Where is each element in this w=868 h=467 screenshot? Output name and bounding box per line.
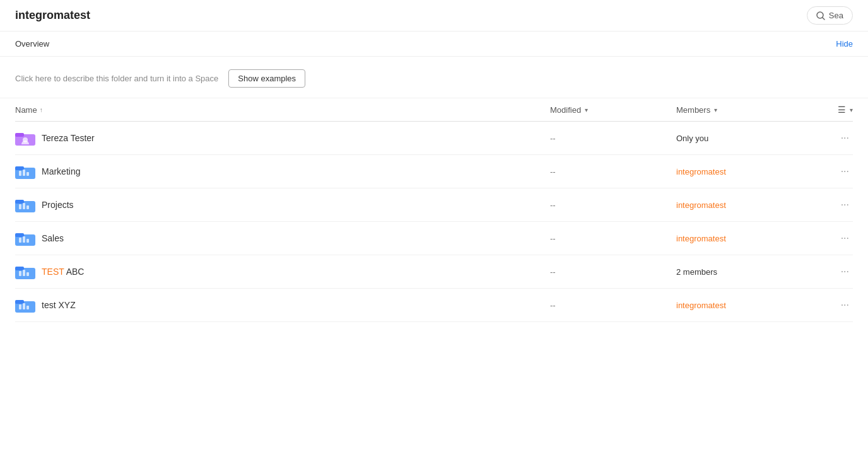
row-modified-cell: --: [550, 200, 676, 210]
row-name-text: Projects: [42, 200, 74, 210]
row-name-cell: test XYZ: [15, 296, 550, 314]
top-bar: integromatest Sea: [0, 0, 868, 32]
table-row[interactable]: TEST ABC -- 2 members ···: [15, 255, 853, 289]
svg-rect-14: [26, 205, 29, 209]
row-name-cell: TEST ABC: [15, 263, 550, 280]
table-container: Name ↑ Modified ▾ Members ▾ ☰ ▾: [0, 98, 868, 322]
row-name-text: Sales: [42, 233, 64, 243]
highlight-text: TEST: [42, 267, 64, 277]
list-view-chevron-icon: ▾: [850, 107, 853, 113]
sort-arrow-icon: ↑: [40, 107, 43, 113]
row-actions-cell: ···: [815, 198, 853, 212]
row-actions-cell: ···: [815, 298, 853, 312]
svg-rect-29: [26, 306, 29, 309]
svg-rect-16: [15, 233, 24, 237]
row-members-cell: integromatest: [676, 167, 815, 176]
search-button[interactable]: Sea: [807, 6, 853, 25]
svg-rect-9: [26, 172, 29, 176]
nav-overview[interactable]: Overview: [15, 37, 49, 51]
row-actions-cell: ···: [815, 231, 853, 245]
table-row[interactable]: Sales -- integromatest ···: [15, 222, 853, 255]
row-members-cell: integromatest: [676, 301, 815, 310]
svg-rect-19: [26, 239, 29, 243]
svg-rect-27: [19, 304, 21, 309]
row-name-text: test XYZ: [42, 300, 76, 310]
table-row[interactable]: Marketing -- integromatest ···: [15, 155, 853, 188]
table-row[interactable]: Tereza Tester -- Only you ···: [15, 122, 853, 155]
show-examples-button[interactable]: Show examples: [228, 69, 305, 88]
row-members-cell: Only you: [676, 134, 815, 143]
row-name-text: Tereza Tester: [42, 133, 95, 143]
row-menu-button[interactable]: ···: [837, 265, 853, 279]
svg-rect-11: [15, 200, 24, 204]
col-name-label: Name: [15, 105, 37, 115]
row-menu-button[interactable]: ···: [837, 298, 853, 312]
search-icon: [816, 11, 825, 20]
row-menu-button[interactable]: ···: [837, 164, 853, 178]
row-modified-cell: --: [550, 267, 676, 277]
svg-rect-13: [23, 203, 25, 209]
folder-icon: [15, 163, 35, 180]
svg-rect-3: [15, 133, 24, 137]
row-name-cell: Projects: [15, 196, 550, 214]
row-menu-button[interactable]: ···: [837, 198, 853, 212]
row-menu-button[interactable]: ···: [837, 231, 853, 245]
row-menu-button[interactable]: ···: [837, 131, 853, 145]
banner: Click here to describe this folder and t…: [0, 57, 868, 98]
folder-icon: [15, 196, 35, 214]
col-members-label: Members: [676, 105, 710, 115]
table-row[interactable]: test XYZ -- integromatest ···: [15, 289, 853, 322]
row-name-cell: Tereza Tester: [15, 129, 550, 147]
col-members-header[interactable]: Members ▾: [676, 105, 815, 115]
row-actions-cell: ···: [815, 164, 853, 178]
modified-chevron-icon: ▾: [585, 107, 588, 113]
svg-rect-28: [23, 303, 25, 309]
svg-rect-17: [19, 238, 21, 243]
nav-bar: Overview Hide: [0, 32, 868, 57]
row-actions-cell: ···: [815, 131, 853, 145]
banner-description: Click here to describe this folder and t…: [15, 74, 218, 83]
row-modified-cell: --: [550, 167, 676, 176]
svg-rect-18: [23, 236, 25, 243]
row-members-cell: 2 members: [676, 267, 815, 277]
svg-rect-7: [19, 171, 21, 176]
row-modified-cell: --: [550, 234, 676, 243]
row-name-cell: Sales: [15, 229, 550, 247]
table-header: Name ↑ Modified ▾ Members ▾ ☰ ▾: [15, 98, 853, 122]
page-title: integromatest: [15, 9, 90, 22]
svg-rect-22: [19, 271, 21, 276]
col-name-header[interactable]: Name ↑: [15, 105, 550, 115]
search-label: Sea: [829, 11, 843, 20]
svg-rect-26: [15, 300, 24, 304]
col-modified-label: Modified: [550, 105, 581, 115]
col-modified-header[interactable]: Modified ▾: [550, 105, 676, 115]
svg-rect-12: [19, 204, 21, 209]
nav-bar-left: Overview: [15, 37, 49, 51]
folder-icon: [15, 229, 35, 247]
svg-rect-23: [23, 270, 25, 276]
row-name-cell: Marketing: [15, 163, 550, 180]
svg-line-1: [823, 18, 824, 20]
row-members-cell: integromatest: [676, 200, 815, 210]
folder-icon: [15, 296, 35, 314]
svg-rect-6: [15, 166, 24, 170]
members-chevron-icon: ▾: [714, 107, 717, 113]
svg-rect-24: [26, 272, 29, 276]
table-row[interactable]: Projects -- integromatest ···: [15, 188, 853, 222]
hide-link[interactable]: Hide: [836, 39, 853, 49]
list-view-icon: ☰: [838, 105, 846, 115]
row-members-cell: integromatest: [676, 234, 815, 243]
svg-rect-8: [23, 170, 25, 176]
folder-icon: [15, 263, 35, 280]
svg-rect-21: [15, 267, 24, 270]
row-modified-cell: --: [550, 134, 676, 143]
row-name-text: Marketing: [42, 166, 80, 176]
row-name-text: TEST ABC: [42, 267, 84, 277]
row-modified-cell: --: [550, 301, 676, 310]
col-actions-header[interactable]: ☰ ▾: [815, 105, 853, 115]
person-folder-icon: [15, 129, 35, 147]
row-actions-cell: ···: [815, 265, 853, 279]
